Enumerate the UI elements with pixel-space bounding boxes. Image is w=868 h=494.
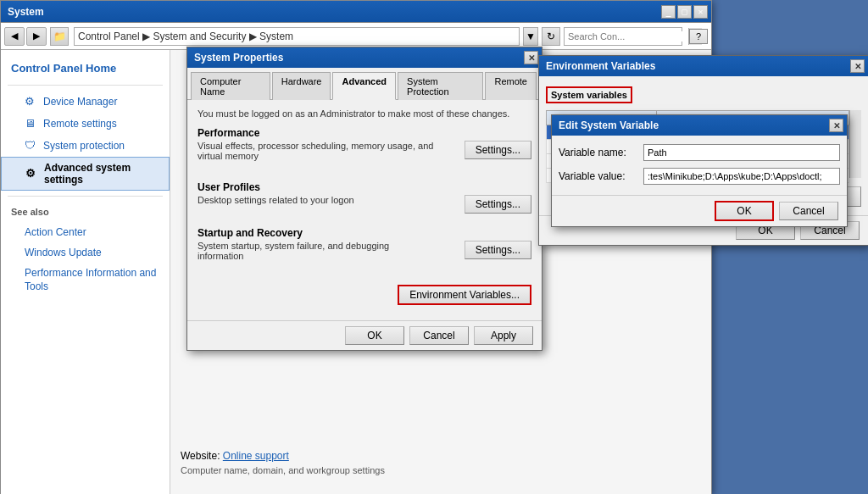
tab-system-protection[interactable]: System Protection	[398, 72, 483, 100]
search-box: 🔍	[564, 27, 682, 46]
sidebar-item-device-manager[interactable]: Device Manager	[1, 91, 170, 113]
maximize-btn[interactable]: □	[677, 5, 692, 19]
edit-var-ok-btn[interactable]: OK	[715, 201, 774, 221]
system-protection-icon	[25, 139, 38, 153]
system-vars-scrollbar[interactable]	[849, 110, 861, 178]
tab-remote[interactable]: Remote	[485, 72, 537, 100]
advanced-settings-label: Advanced system settings	[44, 162, 159, 186]
performance-desc: Visual effects, processor scheduling, me…	[198, 141, 435, 161]
sidebar: Control Panel Home Device Manager Remote…	[1, 50, 170, 494]
startup-title: Startup and Recovery	[198, 227, 531, 239]
back-btn[interactable]: ◀	[4, 27, 25, 46]
variable-value-row: Variable value:	[552, 168, 847, 185]
sidebar-divider-mid	[8, 196, 163, 197]
sidebar-item-remote-settings[interactable]: Remote settings	[1, 113, 170, 135]
action-center-label: Action Center	[25, 226, 86, 238]
device-manager-label: Device Manager	[43, 96, 117, 108]
sys-props-apply-btn[interactable]: Apply	[474, 326, 533, 345]
nav-buttons: ◀ ▶	[4, 27, 47, 46]
performance-section: Performance Visual effects, processor sc…	[198, 127, 531, 168]
sidebar-item-performance[interactable]: Performance Information and Tools	[1, 263, 170, 297]
admin-note: You must be logged on as an Administrato…	[198, 108, 531, 119]
sidebar-item-action-center[interactable]: Action Center	[1, 222, 170, 242]
tab-hardware[interactable]: Hardware	[272, 72, 331, 100]
website-label: Website:	[181, 450, 220, 462]
edit-var-title-bar: Edit System Variable ✕	[552, 115, 847, 136]
sidebar-header[interactable]: Control Panel Home	[1, 57, 170, 80]
address-field[interactable]: Control Panel ▶ System and Security ▶ Sy…	[74, 27, 520, 46]
var-value-input[interactable]	[643, 168, 840, 185]
sys-props-title-bar: System Properties ✕	[187, 47, 542, 68]
sidebar-item-system-protection[interactable]: System protection	[1, 135, 170, 157]
system-properties-dialog: System Properties ✕ Computer Name Hardwa…	[186, 47, 542, 351]
env-vars-btn[interactable]: Environment Variables...	[398, 285, 531, 305]
search-input[interactable]	[565, 31, 688, 42]
main-window-title: System	[8, 6, 44, 18]
edit-var-content: Variable name: Variable value:	[552, 136, 847, 195]
device-manager-icon	[25, 95, 38, 108]
remote-settings-label: Remote settings	[43, 118, 117, 130]
edit-var-close-btn[interactable]: ✕	[829, 119, 843, 132]
tab-bar: Computer Name Hardware Advanced System P…	[187, 68, 542, 100]
user-profiles-settings-btn[interactable]: Settings...	[465, 195, 531, 214]
sys-props-content: You must be logged on as an Administrato…	[187, 100, 542, 320]
env-vars-title-bar: Environment Variables ✕	[539, 56, 868, 76]
edit-var-cancel-btn[interactable]: Cancel	[779, 202, 838, 220]
env-vars-btn-container: Environment Variables...	[198, 281, 531, 312]
folder-icon: 📁	[50, 27, 69, 46]
env-vars-close-btn[interactable]: ✕	[850, 59, 865, 73]
forward-btn[interactable]: ▶	[26, 27, 47, 46]
sys-props-ok-btn[interactable]: OK	[345, 326, 404, 345]
main-title-bar: System _ □ ✕	[1, 1, 711, 23]
performance-title: Performance	[198, 127, 531, 139]
var-value-label: Variable value:	[559, 170, 643, 182]
remote-settings-icon	[25, 117, 38, 130]
startup-desc: System startup, system failure, and debu…	[198, 241, 435, 261]
var-name-input[interactable]	[643, 144, 840, 161]
system-protection-label: System protection	[43, 140, 125, 152]
var-name-label: Variable name:	[559, 147, 643, 158]
sidebar-item-advanced-system-settings[interactable]: Advanced system settings	[1, 157, 170, 191]
edit-system-variable-dialog: Edit System Variable ✕ Variable name: Va…	[551, 114, 848, 227]
tab-computer-name[interactable]: Computer Name	[191, 72, 270, 100]
env-vars-title-text: Environment Variables	[546, 60, 655, 72]
system-vars-title: System variables	[546, 86, 632, 103]
performance-settings-btn[interactable]: Settings...	[465, 141, 531, 159]
help-btn[interactable]: ?	[689, 29, 708, 44]
main-title-buttons: _ □ ✕	[661, 5, 708, 19]
tab-advanced[interactable]: Advanced	[332, 72, 396, 100]
edit-var-title-text: Edit System Variable	[559, 119, 659, 131]
breadcrumb-text: Control Panel ▶ System and Security ▶ Sy…	[78, 31, 293, 42]
close-btn[interactable]: ✕	[693, 5, 708, 19]
sys-props-close-btn[interactable]: ✕	[524, 51, 538, 64]
edit-var-footer: OK Cancel	[552, 195, 847, 226]
breadcrumb-path: Control Panel ▶ System and Security ▶ Sy…	[78, 31, 293, 42]
minimize-btn[interactable]: _	[661, 5, 676, 19]
bottom-description: Computer name, domain, and workgroup set…	[181, 465, 701, 475]
sidebar-divider-top	[8, 85, 163, 86]
startup-recovery-section: Startup and Recovery System startup, sys…	[198, 227, 531, 268]
startup-settings-btn[interactable]: Settings...	[465, 241, 531, 259]
refresh-btn[interactable]: ↻	[542, 27, 560, 46]
sys-props-title-text: System Properties	[194, 52, 283, 64]
windows-update-label: Windows Update	[25, 247, 102, 258]
sidebar-item-windows-update[interactable]: Windows Update	[1, 242, 170, 263]
address-dropdown-btn[interactable]: ▼	[523, 27, 538, 46]
advanced-settings-icon	[25, 167, 39, 180]
sys-props-footer: OK Cancel Apply	[187, 320, 542, 350]
see-also-label: See also	[1, 202, 170, 222]
user-profiles-section: User Profiles Desktop settings related t…	[198, 181, 531, 214]
user-profiles-title: User Profiles	[198, 181, 531, 193]
user-profiles-desc: Desktop settings related to your logon	[198, 195, 354, 205]
sys-props-cancel-btn[interactable]: Cancel	[409, 326, 469, 345]
performance-label: Performance Information and Tools	[25, 267, 159, 293]
variable-name-row: Variable name:	[552, 144, 847, 161]
online-support-link[interactable]: Online support	[223, 450, 289, 462]
